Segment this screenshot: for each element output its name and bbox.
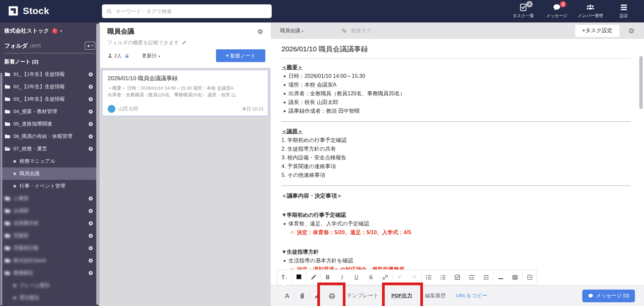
message-button[interactable]: メッセージ (0) [582,290,635,302]
tag-input[interactable]: 新規タグ... [351,28,376,34]
note-list-scrollbar[interactable] [96,23,100,305]
link-button[interactable] [378,270,392,285]
font-color-button[interactable] [291,270,306,285]
sidebar-folder-item[interactable]: 営業部日報 [0,242,99,254]
gear-icon[interactable] [88,121,93,126]
sidebar-item-label: 受注報告 [19,295,40,301]
nav-task-list[interactable]: 4 タスク一覧 [506,0,540,22]
content-divider [281,121,631,122]
sidebar-note-item[interactable]: 職員会議 [0,167,99,180]
action-bar: A テンプレート PDF出力 編集履歴 URLをコピー メッセージ (0) [271,285,644,306]
sidebar-folder-item[interactable]: 全部署共有 [0,217,99,230]
nav-member-management[interactable]: メンバー管理 [574,0,607,22]
gear-icon[interactable] [88,146,93,151]
highlight-icon [310,274,317,280]
sidebar-folder-item[interactable]: 07_校務・運営 [0,143,99,155]
sidebar-scrollbar[interactable] [0,73,2,305]
numbered-list-button[interactable] [436,270,450,285]
sidebar-folder-item[interactable]: 02_【2年生】生徒情報 [0,81,99,93]
draw-button[interactable] [310,293,325,299]
highlight-button[interactable] [306,270,320,285]
sidebar-folder-item[interactable]: 05_進路指導関連 [0,118,99,130]
sidebar-item-label: 行事・イベント管理 [19,183,65,189]
gear-icon[interactable] [88,134,93,139]
table-remove-button[interactable] [522,270,537,285]
folder-description[interactable]: フォルダの概要を記載できます [107,40,265,46]
sort-selector[interactable]: 更新日 [142,53,160,59]
gear-icon[interactable] [88,97,93,102]
template-button[interactable]: テンプレート [347,292,379,299]
gear-icon[interactable] [628,28,635,34]
numbered-list-icon [440,274,446,280]
indent-button[interactable] [465,270,479,285]
app-logo[interactable]: Stock [7,5,49,17]
search-bar[interactable] [102,4,272,18]
undo-button[interactable]: ↶ [392,270,407,285]
note-list-item-selected[interactable]: 2026/01/10 職員会議議事録 ＜概要＞ 日時：2026/01/10 14… [102,70,268,116]
strikethrough-button[interactable]: S [364,270,378,285]
underline-button[interactable]: U [349,270,364,285]
gear-icon[interactable] [88,72,93,77]
folder-header: 職員会議 フォルダの概要を記載できます 2人 更新日 +新規ノート [100,22,271,68]
gear-icon[interactable] [88,208,93,213]
table-button[interactable] [508,270,522,285]
sidebar-note-item[interactable]: 行事・イベント管理 [0,180,99,192]
nav-messages[interactable]: 3 メッセージ [540,0,574,22]
pdf-export-button[interactable]: PDF出力 [391,292,412,299]
content-line: 5. その他連絡事項 [281,171,631,180]
note-content[interactable]: ＜概要＞日時：2026/01/10 14:00～15:30場所：本校 会議室A出… [281,63,631,274]
bullet-list-button[interactable] [421,270,436,285]
copy-url-button[interactable]: URLをコピー [456,292,487,299]
gear-icon[interactable] [88,84,93,89]
nav-label: メンバー管理 [578,13,603,19]
italic-button[interactable]: I [335,270,349,285]
settings-menu-icon [620,3,628,11]
hr-button[interactable] [493,270,508,285]
sidebar-folder-item[interactable]: 営業部 [0,230,99,242]
note-title[interactable]: 2026/01/10 職員会議議事録 [281,44,633,54]
redo-button[interactable]: ↷ [407,270,421,285]
sidebar-folder-item[interactable]: 企画部 [0,205,99,217]
gear-icon[interactable] [88,270,93,275]
org-selector[interactable]: 株式会社ストック ! [0,22,99,35]
folder-description-placeholder: フォルダの概要を記載できます [107,40,179,46]
sidebar-folder-item[interactable]: 人事部 [0,192,99,205]
table-remove-icon [527,274,533,280]
gear-icon[interactable] [88,246,93,251]
task-settings-button[interactable]: +タスク設定 [575,25,620,37]
sidebar-folder-item[interactable]: 業務報告 [0,267,99,279]
add-folder-button[interactable]: + [85,42,95,50]
sidebar-folder-list: 01_【1年生】生徒情報02_【2年生】生徒情報03_【3年生】生徒情報04_授… [0,68,99,304]
attach-file-button[interactable] [295,293,310,299]
new-notes-label: 新着ノート [4,59,31,64]
gear-icon[interactable] [88,109,93,114]
checklist-button[interactable] [450,270,465,285]
gear-icon[interactable] [88,258,93,263]
sidebar-note-item[interactable]: クレーム報告 [0,279,99,292]
note-scrollbar[interactable] [639,56,643,109]
font-style-button[interactable]: A [280,292,294,300]
content-line: 4. 予算関連の連絡事項 [281,162,631,171]
outdent-button[interactable] [479,270,493,285]
folder-selector[interactable]: 職員会議 [280,28,304,34]
sidebar-folder-item[interactable]: 04_授業・教材管理 [0,105,99,118]
nav-settings[interactable]: 設定 [607,0,641,22]
sidebar-folder-item[interactable]: 03_【3年生】生徒情報 [0,93,99,105]
member-count[interactable]: 2人 [114,53,122,59]
search-input[interactable] [115,8,267,14]
gear-icon[interactable] [88,233,93,238]
new-note-button[interactable]: +新規ノート [216,49,265,62]
sidebar-folder-item[interactable]: 06_職員の有給・休暇管理 [0,130,99,143]
sidebar-note-item[interactable]: 受注報告 [0,292,99,304]
sidebar-note-item[interactable]: 校務マニュアル [0,155,99,167]
gear-icon[interactable] [88,196,93,201]
sidebar-folder-item[interactable]: 株式会社Stock [0,254,99,267]
new-notes-header[interactable]: 新着ノート (2) [4,58,95,65]
sidebar-folder-item[interactable]: 01_【1年生】生徒情報 [0,68,99,81]
print-button[interactable] [325,293,339,299]
gear-icon[interactable] [88,221,93,226]
note-editor-pane: 職員会議 新規タグ... +タスク設定 2026/01/10 職員会議議事録 ＜… [271,22,644,306]
bold-button[interactable]: B [320,270,335,285]
edit-history-button[interactable]: 編集履歴 [425,292,446,299]
gear-icon[interactable] [257,29,263,35]
